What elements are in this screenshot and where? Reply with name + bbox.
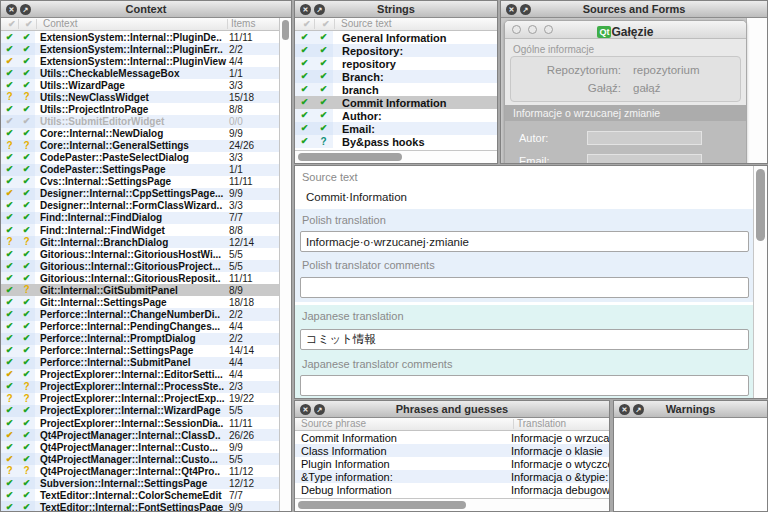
close-icon[interactable]: ✕ [619,404,630,415]
string-row[interactable]: ✔✔Email: [295,122,497,135]
context-row[interactable]: ✔✔Cvs::Internal::SettingsPage11/11 [1,176,279,188]
sources-scrollbar-track[interactable] [746,18,767,163]
context-row[interactable]: ✔✔ProjectExplorer::Internal::EditorSetti… [1,369,279,381]
status-cell: ✔ [18,272,35,284]
context-row[interactable]: ✔✔ProjectExplorer::Internal::WizardPage5… [1,405,279,417]
context-row[interactable]: ✔✔Designer::Internal::FormClassWizard..3… [1,200,279,212]
string-row[interactable]: ✔✔General Information [295,31,497,44]
warnings-panel: ✕ ↗ Warnings [613,400,768,512]
context-row[interactable]: ✔✔Find::Internal::FindDialog7/7 [1,212,279,224]
context-row[interactable]: ✔✔CodePaster::PasteSelectDialog3/3 [1,152,279,164]
float-icon[interactable]: ↗ [20,4,31,15]
context-column-header[interactable]: ✔ ✔ Context Items [1,18,291,31]
context-row[interactable]: ??Utils::NewClassWidget15/18 [1,91,279,103]
context-row[interactable]: ✔✔Utils::SubmitEditorWidget0/0 [1,115,279,127]
context-row[interactable]: ✔✔ExtensionSystem::Internal::PluginErr..… [1,43,279,55]
context-row[interactable]: ✔✔Gitorious::Internal::GitoriousHostWi..… [1,248,279,260]
context-row[interactable]: ✔✔Qt4ProjectManager::Internal::Custo...9… [1,441,279,453]
context-row[interactable]: ✔✔Perforce::Internal::SubmitPanel4/4 [1,357,279,369]
context-items-count: 8/8 [229,225,279,236]
context-row[interactable]: ✔✔Perforce::Internal::PromptDialog2/2 [1,333,279,345]
float-icon[interactable]: ↗ [314,404,325,415]
context-row[interactable]: ✔✔ExtensionSystem::Internal::PluginView4… [1,55,279,67]
email-field[interactable] [587,154,702,164]
phrases-scrollbar[interactable] [295,498,609,511]
phrase-row[interactable]: Class InformationInformacje o klasie [295,444,609,457]
status-cell: ✔ [18,31,35,43]
phrases-column-header[interactable]: Source phrase Translation [295,418,609,431]
check-green-icon: ✔ [320,85,328,94]
close-icon[interactable]: ✕ [6,4,17,15]
context-name: Git::Internal::BranchDialog [35,237,229,248]
strings-column-header[interactable]: ✔ ✔ Source text [295,18,497,31]
context-row[interactable]: ✔✔Git::Internal::SettingsPage18/18 [1,296,279,308]
author-field[interactable] [587,131,702,145]
context-row[interactable]: ✔✔TextEditor::Internal::FontSettingsPage… [1,501,279,511]
string-row[interactable]: ✔?By&pass hooks [295,135,497,148]
phrase-row[interactable]: &Type information:Informacja o &typie: [295,470,609,483]
context-items-count: 11/11 [229,418,279,429]
context-row[interactable]: ✔✔Utils::WizardPage3/3 [1,79,279,91]
japanese-comments-input[interactable] [300,375,749,396]
close-icon[interactable]: ✕ [506,4,517,15]
float-icon[interactable]: ↗ [314,4,325,15]
context-row[interactable]: ✔✔TextEditor::Internal::ColorSchemeEdit7… [1,489,279,501]
string-row[interactable]: ✔✔Commit Information [295,96,497,109]
question-yellow-icon: ? [23,382,29,392]
polish-translation-input[interactable] [300,231,749,252]
float-icon[interactable]: ↗ [633,404,644,415]
context-row[interactable]: ✔✔Perforce::Internal::ChangeNumberDi..2/… [1,308,279,320]
polish-comments-input[interactable] [300,277,749,298]
scrollbar-thumb[interactable] [298,153,402,161]
strings-scrollbar[interactable] [295,150,497,163]
context-row[interactable]: ✔✔Perforce::Internal::PendingChanges...4… [1,321,279,333]
context-row[interactable]: ✔✔CodePaster::SettingsPage1/1 [1,164,279,176]
context-row[interactable]: ??Core::Internal::GeneralSettings24/26 [1,140,279,152]
context-row[interactable]: ✔✔Utils::CheckableMessageBox1/1 [1,67,279,79]
japanese-translation-input[interactable] [300,329,749,350]
scrollbar-thumb[interactable] [282,20,289,40]
context-row[interactable]: ✔✔Qt4ProjectManager::Internal::ClassD..2… [1,429,279,441]
phrase-row[interactable]: Plugin InformationInformacje o wtyczce [295,457,609,470]
context-items-count: 9/9 [229,128,279,139]
context-row[interactable]: ??ProjectExplorer::Internal::ProjectExp.… [1,393,279,405]
phrase-translation: Informacje o wrzucanej zmianie [511,432,609,444]
context-row[interactable]: ✔✔Utils::ProjectIntroPage8/8 [1,103,279,115]
float-icon[interactable]: ↗ [520,4,531,15]
status-cell: ✔ [18,224,35,236]
context-row[interactable]: ✔?Git::Internal::GitSubmitPanel8/9 [1,284,279,296]
close-icon[interactable]: ✕ [300,4,311,15]
status-cell: ? [18,91,35,103]
context-scrollbar[interactable] [279,18,291,511]
string-row[interactable]: ✔✔branch [295,83,497,96]
phrase-row[interactable]: Debug InformationInformacja debugowania [295,483,609,496]
context-row[interactable]: ✔✔Perforce::Internal::SettingsPage14/14 [1,345,279,357]
close-icon[interactable]: ✕ [300,404,311,415]
context-row[interactable]: ✔✔Gitorious::Internal::GitoriousProject.… [1,260,279,272]
phrases-list: Commit InformationInformacje o wrzucanej… [295,431,609,496]
editor-scrollbar[interactable] [753,166,767,398]
scrollbar-thumb[interactable] [756,169,765,241]
status-cell: ✔ [18,296,35,308]
context-row[interactable]: ✔✔Subversion::Internal::SettingsPage12/1… [1,477,279,489]
context-row[interactable]: ✔✔Designer::Internal::CppSettingsPage...… [1,188,279,200]
string-row[interactable]: ✔✔Repository: [295,44,497,57]
context-row[interactable]: ✔✔ProjectExplorer::Internal::SessionDia.… [1,417,279,429]
context-row[interactable]: ??Qt4ProjectManager::Internal::Qt4Pro..1… [1,465,279,477]
context-row[interactable]: ??Git::Internal::BranchDialog12/14 [1,236,279,248]
context-row[interactable]: ✔✔Core::Internal::NewDialog9/9 [1,128,279,140]
string-row[interactable]: ✔✔Branch: [295,70,497,83]
string-row[interactable]: ✔✔Author: [295,109,497,122]
string-row[interactable]: ✔✔repository [295,57,497,70]
context-row[interactable]: ✔✔Gitorious::Internal::GitoriousReposit.… [1,272,279,284]
context-row[interactable]: ✔✔ExtensionSystem::Internal::PluginDe..1… [1,31,279,43]
phrase-row[interactable]: Commit InformationInformacje o wrzucanej… [295,431,609,444]
context-items-count: 1/1 [229,164,279,175]
context-name: ProjectExplorer::Internal::ProcessSte.. [35,381,229,392]
context-row[interactable]: ✔?ProjectExplorer::Internal::ProcessSte.… [1,381,279,393]
check-icon: ✔ [8,18,16,30]
context-row[interactable]: ✔✔Find::Internal::FindWidget8/8 [1,224,279,236]
status-cell: ✔ [1,453,18,465]
context-row[interactable]: ✔✔Qt4ProjectManager::Internal::Custo...5… [1,453,279,465]
scrollbar-thumb[interactable] [298,501,466,509]
